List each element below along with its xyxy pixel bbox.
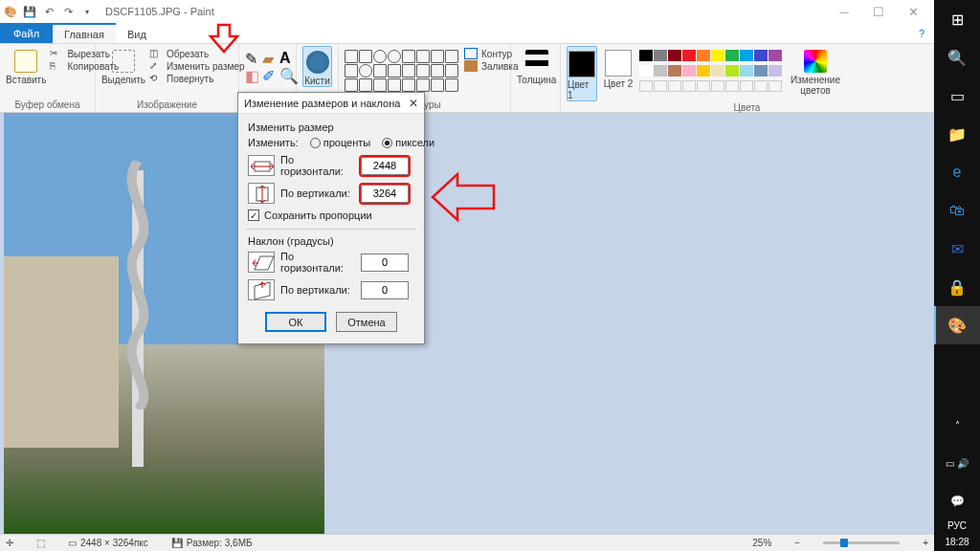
palette-row-custom[interactable]	[639, 77, 782, 92]
ok-button[interactable]: ОК	[265, 312, 326, 332]
statusbar: ✛ ⬚ ▭2448 × 3264пкс 💾Размер: 3,6МБ 25% −…	[0, 534, 934, 551]
text-icon[interactable]: A	[279, 50, 295, 65]
tray-icons[interactable]: ▭ 🔊	[934, 444, 980, 482]
minimize-button[interactable]: ─	[827, 0, 861, 23]
paste-label: Вставить	[6, 75, 46, 85]
redo-icon[interactable]: ↷	[61, 5, 75, 18]
resize-vert-icon	[248, 183, 275, 204]
rotate-button[interactable]: ⟲Повернуть	[149, 73, 244, 84]
group-clipboard-label: Буфер обмена	[6, 99, 89, 112]
zoom-slider[interactable]	[823, 541, 900, 544]
dialog-close-button[interactable]: ✕	[409, 97, 418, 110]
radio-percent[interactable]: проценты	[310, 137, 371, 148]
eraser-icon[interactable]: ◧	[245, 67, 260, 82]
app-icon[interactable]: 🔒	[934, 268, 980, 306]
disk-icon: 💾	[171, 538, 183, 548]
tools-grid[interactable]: ✎▰A ◧✐🔍	[245, 46, 295, 82]
store-icon[interactable]: 🛍	[934, 191, 980, 230]
input-language[interactable]: РУС	[947, 520, 967, 531]
brushes-button[interactable]: Кисти	[302, 46, 332, 87]
zoom-in-button[interactable]: +	[923, 538, 928, 548]
dialog-title: Изменение размеров и наклона	[244, 98, 400, 109]
cursor-pos: ✛	[6, 538, 13, 548]
crop-icon: ◫	[149, 48, 163, 59]
photo-monument	[109, 122, 167, 467]
select-label: Выделить	[101, 75, 145, 85]
keep-aspect-checkbox[interactable]: ✓Сохранить пропорции	[248, 209, 414, 221]
maximize-button[interactable]: ☐	[861, 0, 896, 23]
thickness-label: Толщина	[517, 75, 556, 85]
tab-view[interactable]: Вид	[116, 23, 158, 43]
edge-icon[interactable]: e	[934, 153, 980, 191]
explorer-icon[interactable]: 📁	[934, 115, 980, 153]
file-size: 💾Размер: 3,6МБ	[171, 538, 253, 548]
resize-skew-dialog: Изменение размеров и наклона ✕ Изменить …	[237, 92, 425, 344]
cut-icon: ✂	[50, 48, 63, 59]
resize-horiz-input[interactable]	[361, 157, 409, 175]
skew-horiz-input[interactable]	[361, 253, 409, 272]
undo-icon[interactable]: ↶	[42, 5, 56, 18]
skew-vert-icon	[248, 279, 275, 300]
windows-taskbar[interactable]: ⊞ 🔍 ▭ 📁 e 🛍 ✉ 🔒 🎨 ˄ ▭ 🔊 💬 РУС 18:28	[934, 0, 980, 551]
color2-swatch	[605, 50, 632, 77]
palette-row-top[interactable]	[639, 46, 782, 61]
paste-icon	[14, 50, 37, 73]
selection-size: ⬚	[36, 538, 45, 548]
help-icon[interactable]: ?	[919, 23, 924, 43]
window-title: DSCF1105.JPG - Paint	[105, 6, 214, 17]
paint-app-icon: 🎨	[4, 5, 17, 18]
brushes-label: Кисти	[304, 76, 330, 86]
zoom-out-button[interactable]: −	[794, 538, 800, 548]
paste-button[interactable]: Вставить	[6, 46, 46, 85]
edit-colors-icon	[804, 50, 827, 73]
resize-group-label: Изменить размер	[248, 121, 414, 133]
picker-icon[interactable]: ✐	[262, 67, 278, 82]
resize-horiz-label: По горизонтали:	[280, 154, 355, 177]
start-button[interactable]: ⊞	[934, 0, 980, 38]
canvas-dims: ▭2448 × 3264пкс	[68, 538, 148, 548]
fill-icon	[464, 60, 478, 72]
qat-dropdown-icon[interactable]: ▾	[80, 5, 94, 18]
rotate-icon: ⟲	[149, 73, 163, 84]
thickness-button[interactable]: Толщина	[517, 46, 556, 85]
color1-button[interactable]: Цвет 1	[567, 46, 597, 101]
pencil-icon[interactable]: ✎	[245, 50, 260, 65]
radio-pixels[interactable]: пиксели	[382, 137, 434, 148]
close-button[interactable]: ✕	[896, 0, 930, 23]
chevron-up-icon[interactable]: ˄	[934, 406, 980, 444]
selection-icon: ⬚	[36, 538, 45, 548]
edit-colors-button[interactable]: Изменение цветов	[788, 46, 843, 96]
thickness-icon	[525, 50, 548, 73]
brush-icon	[306, 51, 329, 74]
search-icon[interactable]: 🔍	[934, 38, 980, 77]
zoom-icon[interactable]: 🔍	[279, 67, 295, 82]
resize-by-label: Изменить:	[248, 137, 299, 148]
cancel-button[interactable]: Отмена	[336, 312, 397, 332]
skew-vert-input[interactable]	[361, 281, 409, 299]
select-button[interactable]: Выделить	[101, 46, 145, 85]
clock[interactable]: 18:28	[945, 537, 969, 551]
crop-button[interactable]: ◫Обрезать	[149, 48, 244, 59]
zoom-label: 25%	[752, 538, 771, 548]
tab-home[interactable]: Главная	[53, 23, 116, 43]
tab-file[interactable]: Файл	[0, 23, 53, 43]
skew-group-label: Наклон (градусы)	[248, 235, 414, 247]
paint-taskbar-icon[interactable]: 🎨	[934, 306, 980, 344]
task-view-icon[interactable]: ▭	[934, 77, 980, 115]
group-image-label: Изображение	[101, 99, 233, 112]
color1-swatch	[568, 51, 595, 77]
bucket-icon[interactable]: ▰	[262, 50, 278, 65]
copy-icon: ⎘	[50, 60, 63, 72]
ribbon-tabs: Файл Главная Вид ?	[0, 23, 934, 44]
canvas-area[interactable]	[0, 113, 934, 534]
resize-button[interactable]: ⤢Изменить размер	[149, 60, 244, 72]
skew-vert-label: По вертикали:	[280, 284, 355, 296]
outlook-icon[interactable]: ✉	[934, 230, 980, 268]
palette-row-bottom[interactable]	[639, 61, 782, 77]
color1-label: Цвет 1	[568, 79, 596, 100]
color2-button[interactable]: Цвет 2	[603, 46, 634, 89]
resize-vert-input[interactable]	[361, 185, 409, 203]
save-icon[interactable]: 💾	[23, 5, 36, 18]
notifications-icon[interactable]: 💬	[934, 482, 980, 520]
shapes-gallery[interactable]	[345, 46, 458, 92]
